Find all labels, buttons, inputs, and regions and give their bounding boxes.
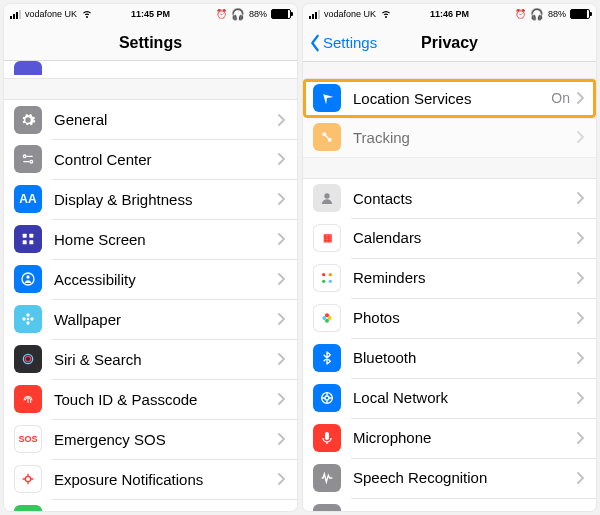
general-icon [14,106,42,134]
svg-point-30 [322,279,325,282]
row-label: Microphone [353,429,576,446]
svg-point-2 [30,161,33,164]
row-calendars[interactable]: ▦Calendars [303,218,596,258]
headphones-icon: 🎧 [231,8,245,21]
wallpaper-icon [14,305,42,333]
chevron-right-icon [277,353,285,365]
svg-rect-7 [29,241,33,245]
row-exposure[interactable]: Exposure Notifications [4,459,297,499]
row-photos[interactable]: Photos [303,298,596,338]
tracking-icon [313,123,341,151]
row-bluetooth[interactable]: Bluetooth [303,338,596,378]
svg-point-14 [30,318,33,321]
settings-list[interactable]: GeneralControl CenterAADisplay & Brightn… [4,61,297,511]
page-title: Privacy [421,34,478,52]
row-touchid[interactable]: Touch ID & Passcode [4,379,297,419]
chevron-right-icon [576,312,584,324]
chevron-right-icon [277,473,285,485]
chevron-right-icon [277,153,285,165]
row-label: Wallpaper [54,311,277,328]
row-siri[interactable]: Siri & Search [4,339,297,379]
contacts-icon [313,184,341,212]
svg-point-12 [26,322,29,325]
row-label: Bluetooth [353,349,576,366]
row-speech[interactable]: Speech Recognition [303,458,596,498]
svg-point-17 [25,477,30,482]
chevron-right-icon [576,472,584,484]
signal-icon [309,10,320,19]
row-label: Touch ID & Passcode [54,391,277,408]
privacy-list[interactable]: Location ServicesOnTracking Contacts▦Cal… [303,62,596,511]
row-label: Tracking [353,129,576,146]
chevron-right-icon [576,192,584,204]
photos-icon [313,304,341,332]
row-label: Speech Recognition [353,469,576,486]
row-tracking[interactable]: Tracking [303,118,596,158]
exposure-icon [14,465,42,493]
row-home-screen[interactable]: Home Screen [4,219,297,259]
row-location[interactable]: Location ServicesOn [303,78,596,118]
status-bar: vodafone UK 11:45 PM ⏰ 🎧 88% [4,4,297,25]
chevron-right-icon [576,352,584,364]
page-title: Settings [119,34,182,52]
row-label: Contacts [353,190,576,207]
speech-icon [313,464,341,492]
microphone-icon [313,424,341,452]
svg-point-11 [26,314,29,317]
row-general[interactable]: General [4,99,297,139]
row-label: Emergency SOS [54,431,277,448]
svg-point-9 [26,276,29,279]
wifi-icon [81,7,93,21]
chevron-left-icon [309,34,321,52]
row-sos[interactable]: SOSEmergency SOS [4,419,297,459]
battery-pct: 88% [249,9,267,19]
row-reminders[interactable]: Reminders [303,258,596,298]
row-accessibility[interactable]: Accessibility [4,259,297,299]
svg-point-16 [25,357,30,362]
headphones-icon: 🎧 [530,8,544,21]
status-bar: vodafone UK 11:46 PM ⏰ 🎧 88% [303,4,596,25]
carrier-label: vodafone UK [25,9,77,19]
row-contacts[interactable]: Contacts [303,178,596,218]
clock: 11:45 PM [131,9,170,19]
svg-point-35 [322,316,326,320]
touchid-icon [14,385,42,413]
clock: 11:46 PM [430,9,469,19]
chevron-right-icon [277,233,285,245]
svg-point-29 [329,273,332,276]
chevron-right-icon [277,313,285,325]
battery-icon [570,9,590,19]
back-button[interactable]: Settings [309,25,377,61]
chevron-right-icon [576,131,584,143]
row-label: Location Services [353,90,551,107]
chevron-right-icon [576,392,584,404]
back-label: Settings [323,34,377,51]
chevron-right-icon [277,273,285,285]
row-label: Local Network [353,389,576,406]
chevron-right-icon [576,432,584,444]
accessibility-icon [14,265,42,293]
nav-bar: Settings [4,25,297,62]
svg-rect-4 [23,234,27,238]
row-label: Calendars [353,229,576,246]
carrier-label: vodafone UK [324,9,376,19]
svg-point-8 [22,273,34,285]
row-localnet[interactable]: Local Network [303,378,596,418]
reminders-icon [313,264,341,292]
row-microphone[interactable]: Microphone [303,418,596,458]
chevron-right-icon [277,114,285,126]
row-wallpaper[interactable]: Wallpaper [4,299,297,339]
row-control-center[interactable]: Control Center [4,139,297,179]
svg-rect-6 [23,241,27,245]
row-label: Photos [353,309,576,326]
row-battery[interactable]: Battery [4,499,297,511]
row-label: General [54,111,277,128]
localnet-icon [313,384,341,412]
row-display[interactable]: AADisplay & Brightness [4,179,297,219]
battery-icon [14,505,42,511]
chevron-right-icon [576,272,584,284]
chevron-right-icon [576,232,584,244]
svg-point-13 [22,318,25,321]
row-detail: On [551,90,570,106]
row-camera[interactable]: Camera [303,498,596,511]
